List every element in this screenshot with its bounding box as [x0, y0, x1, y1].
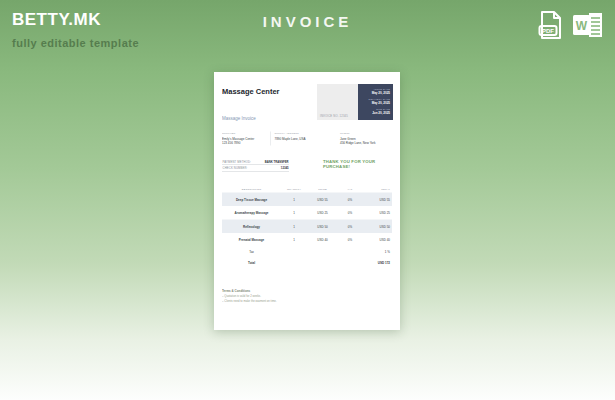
table-header-row: DESCRIPTION QUANTITY PRICE VAT TOTAL	[222, 185, 392, 193]
col-header-total: TOTAL	[362, 187, 392, 190]
pdf-file-icon[interactable]: PDF	[538, 10, 564, 40]
table-row: Prenatal Massage 1 USD 40 0% USD 40	[222, 233, 392, 247]
invoice-document[interactable]: Massage Center Massage Invoice INVOICE N…	[214, 72, 400, 330]
issue-date-value: May 20, 2025	[361, 91, 390, 96]
pdf-icon-label: PDF	[542, 28, 554, 34]
col-header-price: PRICE	[307, 187, 338, 190]
terms-line: – Clients need to make the payment on ti…	[222, 299, 277, 304]
payment-method-label: PAYMENT METHOD:	[223, 160, 252, 163]
col-header-vat: VAT	[338, 187, 362, 190]
supplier-label: SUPPLIER	[222, 132, 265, 135]
template-preview-screen: { "header": { "logo": "BETTY.MK", "tagli…	[0, 0, 615, 400]
invoice-number-box: INVOICE NO. 12345	[317, 84, 358, 120]
tax-label: Tax	[222, 251, 281, 254]
supplier-address-value: 7890 Maple Lane, USA	[275, 137, 325, 142]
client-block: CLIENT Jane Green 456 Ridge Lane, New Yo…	[340, 132, 381, 146]
supplier-address-block: SUPPLY ADDRESS 7890 Maple Lane, USA	[270, 132, 329, 146]
client-label: CLIENT	[340, 132, 376, 135]
due-date-value: Jun 20, 2025	[361, 111, 390, 116]
total-label: Total	[222, 262, 281, 265]
page-title: INVOICE	[0, 13, 615, 30]
table-row: Reflexology 1 USD 50 0% USD 50	[222, 220, 392, 234]
supplier-phone: 123 456 7890	[222, 141, 265, 146]
invoice-page: Massage Center Massage Invoice INVOICE N…	[214, 72, 400, 330]
word-file-icon[interactable]: W	[573, 11, 603, 39]
brand-tagline: fully editable template	[12, 37, 139, 49]
client-address: 456 Ridge Lane, New York	[340, 141, 376, 146]
word-icon-letter: W	[576, 19, 588, 33]
payment-rows: PAYMENT METHOD: BANK TRANSFER CHECK NUMB…	[222, 159, 289, 172]
col-header-quantity: QUANTITY	[281, 187, 307, 190]
total-row: Total USD 172	[222, 258, 392, 269]
col-header-description: DESCRIPTION	[222, 187, 281, 190]
check-number-row: CHECK NUMBER: 12345	[222, 165, 289, 172]
tax-row: Tax 1 %	[222, 247, 392, 258]
payment-method-value: BANK TRANSFER	[265, 160, 289, 163]
download-format-icons: PDF W	[538, 10, 603, 40]
supplier-address-label: SUPPLY ADDRESS	[275, 132, 325, 135]
payment-section: PAYMENT METHOD: BANK TRANSFER CHECK NUMB…	[222, 159, 392, 172]
total-value: USD 172	[362, 262, 392, 265]
check-number-value: 12345	[281, 167, 289, 170]
table-row: Deep Tissue Massage 1 USD 55 0% USD 55	[222, 193, 392, 207]
supplier-block: SUPPLIER Emily's Massage Center 123 456 …	[222, 132, 270, 146]
tax-value: 1 %	[362, 251, 392, 254]
invoice-number: INVOICE NO. 12345	[320, 115, 348, 118]
thank-you-note: THANK YOU FOR YOUR PURCHASE!	[323, 159, 383, 172]
check-number-label: CHECK NUMBER:	[223, 167, 248, 170]
parties-section: SUPPLIER Emily's Massage Center 123 456 …	[222, 132, 392, 146]
line-items-table: DESCRIPTION QUANTITY PRICE VAT TOTAL Dee…	[222, 185, 392, 269]
terms-title: Terms & Conditions	[222, 289, 277, 292]
terms-section: Terms & Conditions – Quotation is valid …	[222, 289, 277, 303]
delivery-date-value: May 20, 2025	[361, 101, 390, 106]
table-row: Aromatherapy Massage 1 USD 25 0% USD 25	[222, 206, 392, 220]
invoice-dates-box: ISSUE DATE May 20, 2025 DELIVERY DATE Ma…	[358, 84, 393, 120]
